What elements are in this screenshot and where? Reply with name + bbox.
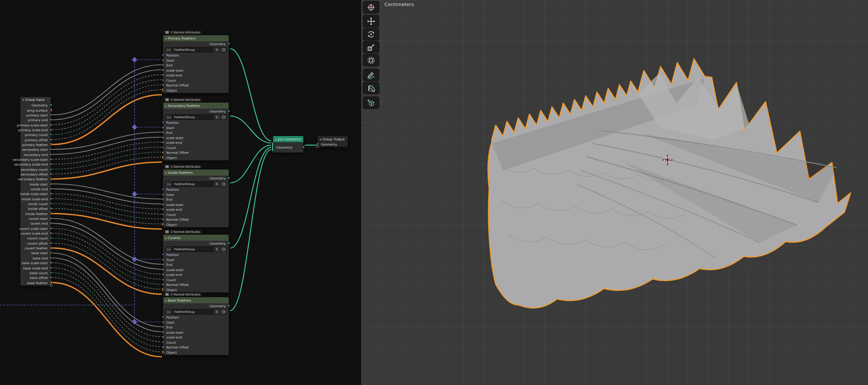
start-input-socket[interactable] — [162, 193, 164, 196]
fake-user-shield-icon[interactable] — [220, 247, 227, 252]
covert-start-output-socket[interactable] — [50, 217, 52, 219]
transform-tool-icon[interactable] — [363, 54, 379, 66]
secondary-offset-output-socket[interactable] — [49, 173, 53, 176]
covert-scale-start-output-socket[interactable] — [49, 227, 53, 230]
end-input-socket[interactable] — [162, 326, 164, 328]
geometry-output-socket[interactable] — [228, 305, 230, 307]
users-count-button[interactable]: 5 — [213, 309, 220, 314]
scale-end-input-socket[interactable] — [161, 273, 164, 276]
primary-scale-end-output-socket[interactable] — [49, 128, 53, 131]
virtual-socket[interactable] — [50, 284, 53, 287]
position-input-socket[interactable] — [161, 315, 164, 319]
base-feathers-node[interactable]: 2 Named Attributes▾Base FeathersGeometry… — [163, 297, 229, 355]
scale-end-input-socket[interactable] — [161, 208, 164, 211]
primary-offset-output-socket[interactable] — [49, 138, 53, 141]
fake-user-shield-icon[interactable] — [220, 182, 227, 186]
collapse-chevron-icon[interactable]: ▾ — [165, 236, 167, 239]
end-input-socket[interactable] — [162, 64, 164, 66]
annotate-tool-icon[interactable] — [363, 69, 379, 81]
covert-scale-end-output-socket[interactable] — [49, 232, 53, 235]
base-offset-output-socket[interactable] — [49, 276, 53, 279]
3d-viewport[interactable]: Centimeters — [361, 0, 868, 385]
primary-scale-start-output-socket[interactable] — [49, 123, 53, 126]
normal-offset-input-socket[interactable] — [161, 218, 164, 221]
node-group-name[interactable]: FeatherGroup — [172, 47, 213, 52]
scale-start-input-socket[interactable] — [161, 331, 164, 334]
secondary-end-output-socket[interactable] — [50, 153, 52, 156]
object-input-socket[interactable] — [162, 222, 164, 226]
secondary-feathers-node[interactable]: 2 Named Attributes▾Secondary FeathersGeo… — [163, 102, 229, 161]
move-tool-icon[interactable] — [363, 15, 379, 27]
normal-offset-input-socket[interactable] — [161, 83, 164, 86]
scale-start-input-socket[interactable] — [161, 69, 164, 72]
users-count-button[interactable]: 5 — [213, 115, 220, 119]
secondary-scale-end-output-socket[interactable] — [49, 163, 53, 166]
position-input-socket[interactable] — [161, 253, 164, 256]
users-count-button[interactable]: 5 — [213, 182, 220, 186]
scale-end-input-socket[interactable] — [161, 141, 164, 144]
node-group-selector[interactable]: ◫▾FeatherGroup5 — [165, 246, 227, 252]
primary-start-output-socket[interactable] — [50, 114, 52, 116]
object-input-socket[interactable] — [162, 156, 164, 159]
wing-surface-output-socket[interactable] — [50, 108, 52, 112]
add-cube-tool-icon[interactable] — [363, 96, 379, 109]
object-input-socket[interactable] — [162, 288, 164, 291]
base-start-output-socket[interactable] — [50, 252, 52, 254]
count-input-socket[interactable] — [161, 278, 164, 281]
normal-offset-input-socket[interactable] — [161, 345, 164, 348]
scale-start-input-socket[interactable] — [161, 136, 164, 139]
inside-offset-output-socket[interactable] — [49, 207, 53, 210]
secondary-feather-output-socket[interactable] — [50, 177, 52, 181]
join-geometry-node[interactable]: ▾ Join Geometry Geometry — [273, 136, 304, 153]
geometry-multi-input-socket[interactable] — [272, 142, 273, 152]
base-scale-end-output-socket[interactable] — [49, 266, 53, 269]
scale-start-input-socket[interactable] — [161, 203, 164, 206]
geometry-output-socket[interactable] — [302, 146, 305, 148]
scale-end-input-socket[interactable] — [161, 335, 164, 339]
object-input-socket[interactable] — [162, 88, 164, 92]
node-group-name[interactable]: FeatherGroup — [172, 309, 213, 314]
collapse-chevron-icon[interactable]: ▾ — [320, 138, 321, 141]
object-input-socket[interactable] — [162, 350, 164, 354]
cursor-tool-icon[interactable] — [363, 1, 379, 13]
scale-tool-icon[interactable] — [363, 41, 379, 53]
fake-user-shield-icon[interactable] — [220, 47, 227, 52]
inside-end-output-socket[interactable] — [50, 188, 52, 190]
inside-feathers-node[interactable]: 2 Named Attributes▾Inside FeathersGeomet… — [163, 169, 229, 228]
normal-offset-input-socket[interactable] — [161, 151, 164, 154]
geometry-output-socket[interactable] — [228, 43, 230, 45]
covert-offset-output-socket[interactable] — [49, 242, 53, 245]
node-group-selector[interactable]: ◫▾FeatherGroup5 — [165, 47, 227, 53]
primary-end-output-socket[interactable] — [50, 119, 52, 121]
inside-count-output-socket[interactable] — [49, 202, 53, 205]
collapse-chevron-icon[interactable]: ▾ — [275, 138, 276, 141]
start-input-socket[interactable] — [162, 126, 164, 129]
count-input-socket[interactable] — [161, 146, 164, 149]
base-feather-output-socket[interactable] — [50, 281, 52, 284]
primary-feather-output-socket[interactable] — [50, 143, 52, 146]
position-input-socket[interactable] — [161, 121, 164, 124]
geometry-output-socket[interactable] — [228, 242, 230, 244]
normal-offset-input-socket[interactable] — [161, 283, 164, 286]
node-group-name[interactable]: FeatherGroup — [172, 247, 213, 252]
base-scale-start-output-socket[interactable] — [49, 261, 53, 264]
collapse-chevron-icon[interactable]: ▾ — [165, 299, 167, 302]
inside-scale-start-output-socket[interactable] — [49, 192, 53, 195]
fake-user-shield-icon[interactable] — [220, 309, 227, 314]
collapse-chevron-icon[interactable]: ▾ — [165, 37, 167, 40]
collapse-chevron-icon[interactable]: ▾ — [165, 171, 167, 174]
virtual-socket[interactable] — [316, 145, 319, 148]
count-input-socket[interactable] — [161, 341, 164, 344]
users-count-button[interactable]: 5 — [213, 247, 220, 252]
end-input-socket[interactable] — [162, 263, 164, 266]
base-count-output-socket[interactable] — [49, 271, 53, 274]
covert-end-output-socket[interactable] — [50, 222, 52, 224]
start-input-socket[interactable] — [162, 59, 164, 61]
inside-start-output-socket[interactable] — [50, 183, 52, 185]
Geometry-output-socket[interactable] — [50, 104, 52, 106]
position-input-socket[interactable] — [161, 188, 164, 191]
node-group-name[interactable]: FeatherGroup — [172, 182, 213, 186]
fake-user-shield-icon[interactable] — [220, 115, 227, 119]
group-input-node[interactable]: ▾ Group Input Geometrywing-surfaceprimar… — [20, 96, 51, 286]
collapse-chevron-icon[interactable]: ▾ — [23, 98, 24, 101]
